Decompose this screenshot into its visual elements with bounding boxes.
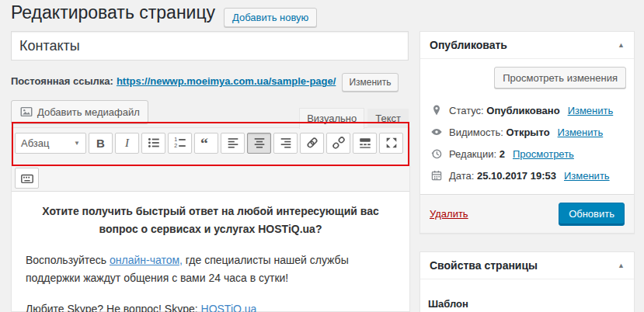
permalink-row: Постоянная ссылка:https://newwp.moeimya.… bbox=[11, 73, 399, 92]
publish-panel-body: Просмотреть изменения Статус: Опубликова… bbox=[420, 59, 634, 194]
date-value: 25.10.2017 19:53 bbox=[477, 170, 556, 182]
status-pin-icon bbox=[430, 104, 444, 116]
align-left-button[interactable] bbox=[221, 133, 245, 154]
view-revisions-link[interactable]: Просмотреть bbox=[513, 148, 574, 160]
numbered-list-button[interactable]: 12 bbox=[168, 133, 192, 154]
bold-button[interactable]: B bbox=[89, 133, 113, 154]
paragraph-format-label: Абзац bbox=[21, 137, 49, 149]
post-title-input[interactable] bbox=[11, 31, 409, 61]
chat-text-before: Воспользуйтесь bbox=[26, 254, 110, 266]
attributes-panel-title: Свойства страницы bbox=[430, 259, 538, 272]
status-row: Статус: Опубликовано Изменить bbox=[428, 99, 626, 121]
align-center-icon bbox=[252, 136, 266, 150]
editor-toolbar: Абзац ▼ B I 12 “ bbox=[12, 128, 409, 192]
align-right-icon bbox=[279, 136, 293, 150]
numbered-list-icon: 12 bbox=[173, 136, 187, 150]
bold-icon: B bbox=[96, 137, 105, 150]
blockquote-button[interactable]: “ bbox=[194, 133, 218, 154]
bullet-list-icon bbox=[147, 136, 161, 150]
visibility-row: Видимость: Открыто Изменить bbox=[428, 121, 626, 143]
content-paragraph-chat: Воспользуйтесь онлайн-чатом, где специал… bbox=[26, 251, 395, 287]
publish-panel: Опубликовать ▲ Просмотреть изменения Ста… bbox=[419, 31, 635, 234]
date-text: Дата: 25.10.2017 19:53 bbox=[449, 170, 556, 182]
svg-text:2: 2 bbox=[174, 142, 177, 149]
edit-date-link[interactable]: Изменить bbox=[564, 170, 610, 182]
visibility-value: Открыто bbox=[506, 127, 549, 138]
tab-visual[interactable]: Визуально bbox=[299, 108, 364, 129]
editor-container: Абзац ▼ B I 12 “ bbox=[11, 127, 410, 312]
editor-content[interactable]: Хотите получить быстрый ответ на любой и… bbox=[12, 192, 409, 312]
page-title: Редактировать страницу bbox=[11, 2, 215, 23]
add-new-button[interactable]: Добавить новую bbox=[224, 8, 317, 27]
content-paragraph-skype: Любите Skype? Не вопрос! Skype: HOSTiQ.u… bbox=[26, 300, 395, 312]
tab-text[interactable]: Текст bbox=[367, 109, 409, 128]
edit-visibility-link[interactable]: Изменить bbox=[558, 127, 604, 138]
visibility-text: Видимость: Открыто bbox=[449, 127, 550, 138]
align-center-button[interactable] bbox=[247, 133, 271, 154]
status-label: Статус: bbox=[449, 105, 484, 116]
bullet-list-button[interactable] bbox=[141, 133, 165, 154]
template-label: Шаблон bbox=[428, 298, 626, 310]
align-left-icon bbox=[226, 136, 240, 150]
revisions-text: Редакции: 2 bbox=[449, 148, 505, 160]
attributes-panel-body: Шаблон bbox=[420, 279, 634, 312]
preview-changes-button[interactable]: Просмотреть изменения bbox=[494, 67, 626, 88]
publish-panel-title: Опубликовать bbox=[430, 39, 507, 51]
attributes-panel-header[interactable]: Свойства страницы ▲ bbox=[420, 252, 634, 279]
delete-link[interactable]: Удалить bbox=[430, 208, 468, 220]
toolbar-row-2 bbox=[15, 168, 406, 188]
toolbar-row-1: Абзац ▼ B I 12 “ bbox=[15, 132, 406, 154]
update-button[interactable]: Обновить bbox=[559, 203, 625, 226]
skype-text-before: Любите Skype? Не вопрос! Skype: bbox=[26, 303, 201, 312]
status-text: Статус: Опубликовано bbox=[449, 105, 560, 116]
unlink-button[interactable] bbox=[326, 133, 350, 154]
fullscreen-icon bbox=[385, 136, 399, 150]
date-row: Дата: 25.10.2017 19:53 Изменить bbox=[428, 165, 626, 186]
collapse-arrow-icon[interactable]: ▲ bbox=[618, 41, 625, 49]
svg-text:“: “ bbox=[200, 136, 207, 150]
date-label: Дата: bbox=[449, 170, 474, 182]
preview-row: Просмотреть изменения bbox=[428, 67, 626, 88]
blockquote-icon: “ bbox=[200, 136, 214, 150]
unlink-icon bbox=[332, 136, 346, 150]
paragraph-format-dropdown[interactable]: Абзац ▼ bbox=[15, 133, 86, 154]
permalink-label: Постоянная ссылка: bbox=[11, 75, 113, 87]
revisions-label: Редакции: bbox=[449, 148, 496, 160]
revisions-value: 2 bbox=[500, 148, 505, 160]
skype-link[interactable]: HOSTiQ.ua bbox=[201, 303, 257, 312]
calendar-icon bbox=[430, 169, 444, 182]
edit-status-link[interactable]: Изменить bbox=[568, 105, 614, 116]
chevron-down-icon: ▼ bbox=[74, 140, 80, 147]
revisions-row: Редакции: 2 Просмотреть bbox=[428, 143, 626, 165]
keyboard-icon bbox=[20, 172, 34, 185]
publish-actions: Удалить Обновить bbox=[420, 194, 634, 233]
link-button[interactable] bbox=[300, 133, 324, 154]
fullscreen-button[interactable] bbox=[379, 133, 403, 154]
editor-tabs: Визуально Текст bbox=[11, 108, 409, 128]
visibility-eye-icon bbox=[430, 126, 444, 138]
visibility-label: Видимость: bbox=[449, 127, 503, 138]
italic-button[interactable]: I bbox=[115, 133, 139, 154]
publish-panel-header[interactable]: Опубликовать ▲ bbox=[420, 32, 634, 59]
permalink-edit-button[interactable]: Изменить bbox=[342, 73, 398, 92]
status-value: Опубликовано bbox=[486, 105, 559, 116]
toolbar-toggle-button[interactable] bbox=[15, 168, 39, 189]
italic-icon: I bbox=[125, 137, 129, 150]
more-tag-button[interactable] bbox=[353, 133, 377, 154]
chat-link[interactable]: онлайн-чатом, bbox=[110, 254, 183, 266]
content-lead: Хотите получить быстрый ответ на любой и… bbox=[26, 203, 395, 238]
collapse-arrow-icon[interactable]: ▲ bbox=[618, 262, 625, 269]
link-icon bbox=[305, 136, 319, 150]
permalink-link[interactable]: https://newwp.moeimya.com.ua/sample-page… bbox=[117, 75, 336, 87]
wp-edit-page-screen: Редактировать страницу Добавить новую По… bbox=[0, 0, 644, 312]
revisions-clock-icon bbox=[430, 147, 444, 160]
page-attributes-panel: Свойства страницы ▲ Шаблон bbox=[419, 251, 635, 312]
more-tag-icon bbox=[358, 136, 372, 150]
align-right-button[interactable] bbox=[273, 133, 298, 154]
